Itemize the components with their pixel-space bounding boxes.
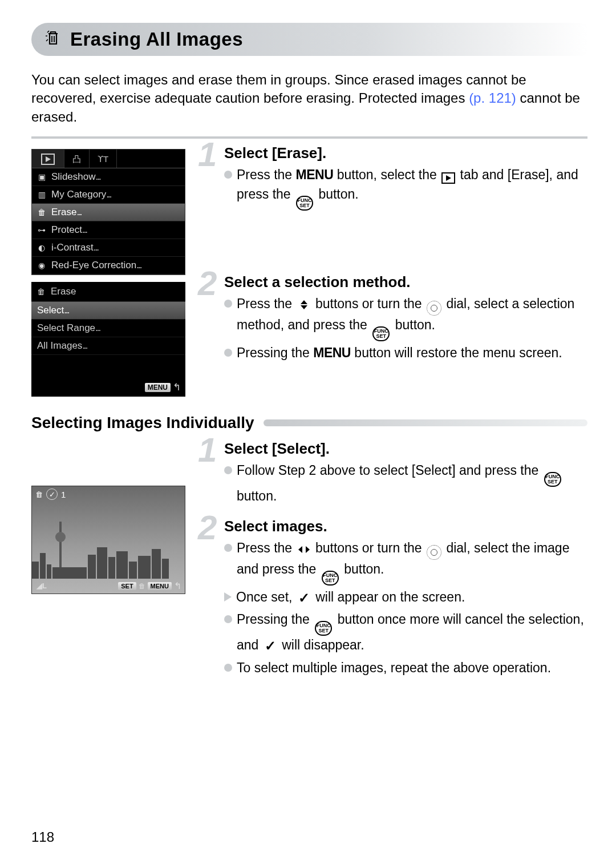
page-ref-link[interactable]: (p. 121) [469, 90, 516, 106]
size-indicator: ◢L [37, 582, 47, 590]
func-set-button-icon: FUNCSET [372, 326, 390, 341]
menu-item-erase: 🗑Erase... [32, 204, 185, 221]
bullet-icon [224, 466, 232, 474]
category-icon: ▥ [37, 190, 47, 199]
menu-item-contrast: ◐i-Contrast... [32, 239, 185, 257]
arrow-bullet-icon [224, 592, 232, 601]
menu-button-label: MENU [296, 167, 334, 182]
menu-item-slideshow: ▣Slideshow... [32, 168, 185, 186]
erase-option: Select Range... [31, 320, 185, 337]
bullet-icon [224, 544, 232, 552]
func-set-button-icon: FUNCSET [296, 196, 313, 211]
control-dial-icon [427, 545, 441, 560]
erase-submenu-screenshot: 🗑 Erase Select...Select Range...All Imag… [31, 282, 185, 397]
step-1: 1 Select [Erase]. Press the MENU button,… [202, 144, 587, 210]
bullet-icon [224, 615, 232, 623]
contrast-icon: ◐ [37, 243, 47, 252]
subsection-heading: Selecting Images Individually [31, 414, 587, 432]
step-number: 2 [198, 267, 217, 301]
menu-button-label: MENU [313, 345, 351, 360]
step-title: Select a selection method. [224, 273, 587, 291]
menu-item-category: ▥My Category... [32, 186, 185, 204]
intro-text: You can select images and erase them in … [31, 71, 587, 126]
erase-icon [44, 29, 62, 50]
check-icon: ✓ [265, 638, 276, 653]
left-right-icon [297, 544, 311, 555]
up-down-icon [297, 299, 311, 310]
check-circle-icon: ✓ [46, 488, 58, 500]
skyline-graphic [32, 544, 185, 579]
func-set-button-icon: FUNCSET [544, 472, 561, 487]
camera-menu-screenshot: 凸 ϒT ▣Slideshow...▥My Category...🗑Erase.… [31, 149, 185, 275]
step-title: Select images. [224, 518, 587, 535]
instruction: Pressing the FUNCSET button once more wi… [224, 610, 587, 656]
step-2b: 2 Select images. Press the buttons or tu… [202, 518, 587, 678]
instruction: Follow Step 2 above to select [Select] a… [224, 461, 587, 506]
step-1b: 1 Select [Select]. Follow Step 2 above t… [202, 440, 587, 506]
redeye-icon: ◉ [37, 261, 47, 270]
erase-icon: 🗑 [35, 490, 43, 499]
instruction: To select multiple images, repeat the ab… [224, 659, 587, 677]
page-number: 118 [31, 829, 54, 845]
instruction: Once set, ✓ will appear on the screen. [224, 588, 587, 608]
menu-item-protect: ⊶Protect... [32, 221, 185, 239]
step-number: 1 [198, 138, 217, 172]
step-2: 2 Select a selection method. Press the b… [202, 273, 587, 362]
func-set-button-icon: FUNCSET [322, 571, 339, 586]
instruction: Press the buttons or turn the dial, sele… [224, 294, 587, 341]
step-number: 1 [198, 433, 217, 467]
divider [31, 136, 587, 139]
bullet-icon [224, 171, 232, 179]
instruction: Pressing the MENU button will restore th… [224, 344, 587, 362]
step-title: Select [Erase]. [224, 144, 587, 162]
instruction: Press the buttons or turn the dial, sele… [224, 539, 587, 586]
play-tab-icon [441, 172, 455, 184]
bullet-icon [224, 349, 232, 357]
erase-sub-title: Erase [51, 286, 76, 297]
set-badge: SET [118, 582, 136, 590]
camera-preview-screenshot: 🗑 ✓ 1 ◢L SET 🗑 [31, 486, 185, 594]
erase-icon: 🗑 [139, 582, 145, 590]
step-number: 2 [198, 511, 217, 545]
erase-option: Select... [31, 302, 185, 320]
section-title: Erasing All Images [70, 29, 243, 50]
section-title-bar: Erasing All Images [31, 23, 587, 56]
print-tab-icon: 凸 [64, 150, 90, 168]
erase-option: All Images... [31, 337, 185, 355]
bullet-icon [224, 664, 232, 672]
tools-tab-icon: ϒT [90, 150, 117, 168]
step-title: Select [Select]. [224, 440, 587, 458]
protect-icon: ⊶ [37, 225, 47, 235]
selected-count: 1 [61, 490, 66, 499]
menu-badge: MENU [148, 582, 172, 590]
menu-item-redeye: ◉Red-Eye Correction... [32, 257, 185, 274]
heading-rule [264, 419, 587, 426]
erase-icon: 🗑 [37, 287, 45, 296]
instruction: Press the MENU button, select the tab an… [224, 165, 587, 210]
control-dial-icon [427, 301, 441, 316]
slideshow-icon: ▣ [37, 172, 47, 181]
erase-icon: 🗑 [37, 208, 47, 217]
bullet-icon [224, 300, 232, 308]
back-icon: ↰ [173, 381, 181, 393]
back-icon: ↰ [174, 580, 181, 591]
check-icon: ✓ [298, 590, 310, 605]
menu-badge: MENU [145, 383, 171, 392]
func-set-button-icon: FUNCSET [315, 621, 332, 636]
intro-a: You can select images and erase them in … [31, 72, 526, 106]
play-tab-icon [32, 150, 64, 168]
